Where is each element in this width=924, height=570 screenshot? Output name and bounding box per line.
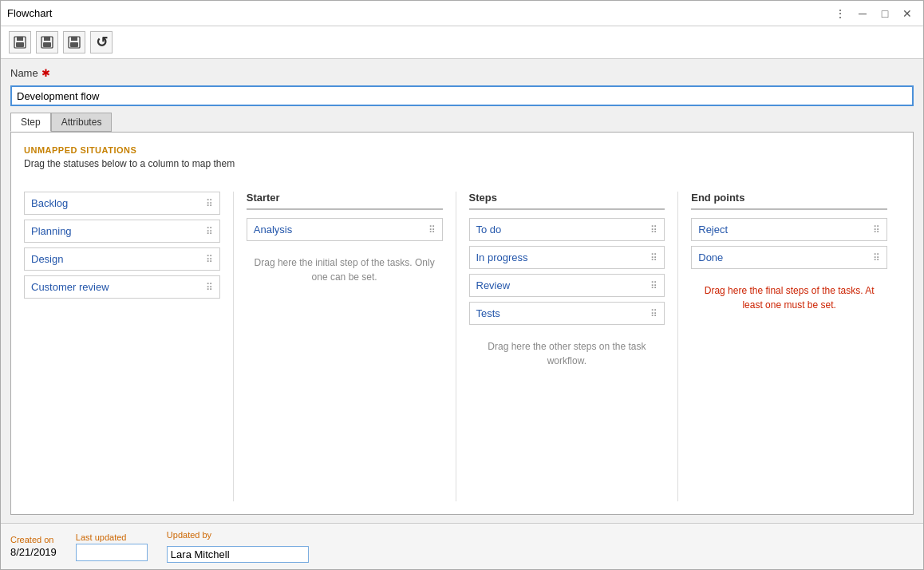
drag-handle-icon: ⠿ xyxy=(650,224,657,236)
endpoints-drop-hint: Drag here the final steps of the tasks. … xyxy=(691,274,887,322)
last-updated-field: Last updated xyxy=(76,532,148,561)
column-header-starter: Starter xyxy=(247,192,443,210)
save-button-1[interactable] xyxy=(9,31,31,53)
column-header-steps: Steps xyxy=(469,192,665,210)
status-label: Design xyxy=(31,253,63,265)
svg-rect-8 xyxy=(70,42,78,47)
window-title: Flowchart xyxy=(7,7,831,19)
list-item[interactable]: Customer review ⠿ xyxy=(24,275,220,299)
content-area: Name ✱ Step Attributes UNMAPPED SITUATIO… xyxy=(1,59,923,523)
list-item[interactable]: Analysis ⠿ xyxy=(247,218,443,241)
svg-rect-7 xyxy=(71,37,77,41)
save-button-3[interactable] xyxy=(63,31,85,53)
drag-handle-icon: ⠿ xyxy=(206,226,213,237)
main-window: Flowchart ⋮ ─ □ ✕ xyxy=(0,0,924,570)
close-button[interactable]: ✕ xyxy=(898,4,917,23)
status-label: Tests xyxy=(476,307,500,319)
created-on-label: Created on xyxy=(10,535,57,544)
column-header-endpoints: End points xyxy=(691,192,887,210)
list-item[interactable]: Planning ⠿ xyxy=(24,220,220,243)
window-controls: ⋮ ─ □ ✕ xyxy=(831,4,917,23)
unmapped-title: UNMAPPED SITUATIONS xyxy=(24,145,900,155)
svg-rect-2 xyxy=(16,42,24,47)
svg-rect-5 xyxy=(43,42,51,47)
updated-by-input[interactable] xyxy=(167,546,309,563)
tabs-row: Step Attributes xyxy=(10,113,914,132)
updated-by-field: Updated by xyxy=(167,530,914,563)
columns-area: Backlog ⠿ Planning ⠿ Design ⠿ Customer r… xyxy=(24,192,900,501)
save-icon-3 xyxy=(68,36,81,49)
unmapped-desc: Drag the statuses below to a column to m… xyxy=(24,158,900,169)
save-icon-2 xyxy=(41,36,53,49)
name-label: Name xyxy=(10,67,38,79)
required-indicator: ✱ xyxy=(41,67,50,79)
save-icon-1 xyxy=(14,36,26,49)
updated-by-label: Updated by xyxy=(167,530,211,540)
drag-handle-icon: ⠿ xyxy=(428,224,436,236)
drag-handle-icon: ⠿ xyxy=(650,308,657,319)
list-item[interactable]: Tests ⠿ xyxy=(469,302,665,325)
drag-handle-icon: ⠿ xyxy=(206,282,213,293)
created-on-value: 8/21/2019 xyxy=(10,546,57,558)
list-item[interactable]: Reject ⠿ xyxy=(691,218,887,241)
status-label: Planning xyxy=(31,225,72,237)
tab-step[interactable]: Step xyxy=(10,113,51,132)
list-item[interactable]: Review ⠿ xyxy=(469,274,665,297)
list-item[interactable]: In progress ⠿ xyxy=(469,246,665,269)
column-starter: Starter Analysis ⠿ Drag here the initial… xyxy=(234,192,456,501)
drag-handle-icon: ⠿ xyxy=(206,254,213,265)
list-item[interactable]: Backlog ⠿ xyxy=(24,192,220,215)
svg-rect-4 xyxy=(44,37,50,41)
status-label: Analysis xyxy=(254,224,292,236)
column-unmapped: Backlog ⠿ Planning ⠿ Design ⠿ Customer r… xyxy=(24,192,234,501)
drag-handle-icon: ⠿ xyxy=(873,224,880,236)
status-label: In progress xyxy=(476,251,528,263)
dots-button[interactable]: ⋮ xyxy=(831,4,850,23)
drag-handle-icon: ⠿ xyxy=(650,280,657,291)
minimize-button[interactable]: ─ xyxy=(853,4,872,23)
title-bar: Flowchart ⋮ ─ □ ✕ xyxy=(1,1,923,26)
drag-handle-icon: ⠿ xyxy=(873,252,880,263)
refresh-button[interactable]: ↺ xyxy=(90,31,113,53)
status-label: Done xyxy=(698,251,723,263)
status-label: To do xyxy=(476,224,502,236)
save-button-2[interactable] xyxy=(36,31,58,53)
column-steps: Steps To do ⠿ In progress ⠿ Review ⠿ Te xyxy=(456,192,679,501)
main-panel: UNMAPPED SITUATIONS Drag the statuses be… xyxy=(10,132,914,515)
status-label: Review xyxy=(476,279,511,291)
last-updated-label: Last updated xyxy=(76,532,148,542)
status-label: Customer review xyxy=(31,281,109,293)
list-item[interactable]: Done ⠿ xyxy=(691,246,887,269)
starter-drop-hint: Drag here the initial step of the tasks.… xyxy=(247,246,443,294)
status-label: Reject xyxy=(698,224,728,236)
list-item[interactable]: To do ⠿ xyxy=(469,218,665,241)
steps-drop-hint: Drag here the other steps on the task wo… xyxy=(469,330,665,378)
drag-handle-icon: ⠿ xyxy=(206,198,213,209)
drag-handle-icon: ⠿ xyxy=(650,252,657,263)
last-updated-input[interactable] xyxy=(76,544,148,561)
created-on-field: Created on 8/21/2019 xyxy=(10,535,57,558)
status-footer: Created on 8/21/2019 Last updated Update… xyxy=(1,523,923,569)
name-input-row xyxy=(10,85,914,106)
svg-rect-1 xyxy=(17,37,23,41)
name-input[interactable] xyxy=(10,85,914,106)
toolbar: ↺ xyxy=(1,26,923,59)
tab-attributes[interactable]: Attributes xyxy=(51,113,113,132)
maximize-button[interactable]: □ xyxy=(875,4,894,23)
list-item[interactable]: Design ⠿ xyxy=(24,247,220,271)
unmapped-section: UNMAPPED SITUATIONS Drag the statuses be… xyxy=(24,145,900,179)
name-row: Name ✱ xyxy=(10,67,914,79)
status-label: Backlog xyxy=(31,197,68,209)
column-endpoints: End points Reject ⠿ Done ⠿ Drag here the… xyxy=(678,192,900,501)
